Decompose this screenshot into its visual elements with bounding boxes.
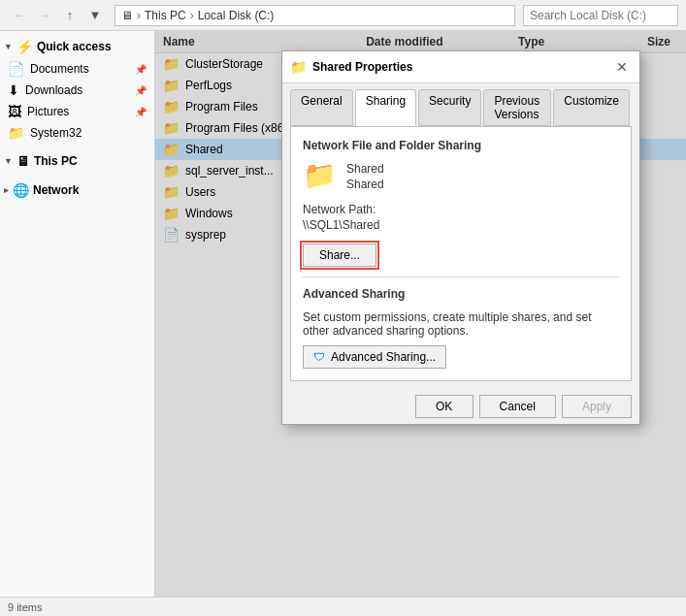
sidebar-item-system32-label: System32 xyxy=(30,126,82,140)
share-button[interactable]: Share... xyxy=(303,243,376,267)
search-input[interactable] xyxy=(523,5,678,26)
network-label: Network xyxy=(33,183,79,197)
advanced-sharing-label: Advanced Sharing... xyxy=(331,350,436,364)
content-area: Name Date modified Type Size 📁 ClusterSt… xyxy=(155,31,686,597)
modal-overlay: 📁 Shared Properties ✕ General Sharing Se… xyxy=(155,31,686,597)
this-pc-label: This PC xyxy=(34,154,78,168)
sidebar-item-pictures[interactable]: 🖼 Pictures 📌 xyxy=(0,101,154,122)
dialog-footer: OK Cancel Apply xyxy=(282,389,639,424)
sidebar-item-downloads[interactable]: ⬇ Downloads 📌 xyxy=(0,80,154,101)
divider xyxy=(303,276,619,277)
advanced-section-title: Advanced Sharing xyxy=(303,287,619,301)
advanced-sharing-section: Advanced Sharing Set custom permissions,… xyxy=(303,287,619,369)
address-icon: 🖥 xyxy=(121,9,133,22)
advanced-sharing-button[interactable]: 🛡 Advanced Sharing... xyxy=(303,345,446,369)
documents-icon: 📄 xyxy=(8,61,24,77)
status-text: 9 items xyxy=(8,601,42,613)
network-path-section: Network Path: \\SQL1\Shared xyxy=(303,203,619,232)
sidebar-item-downloads-label: Downloads xyxy=(25,83,82,97)
shared-label-line1: Shared xyxy=(346,162,384,176)
shared-folder-icon: 📁 xyxy=(303,162,337,189)
back-button[interactable]: ← xyxy=(8,4,31,27)
dialog-title-content: 📁 Shared Properties xyxy=(290,59,412,75)
pin-icon-documents: 📌 xyxy=(135,64,147,75)
shield-icon: 🛡 xyxy=(313,350,325,364)
network-path-label: Network Path: xyxy=(303,203,619,216)
this-pc-collapse: ▼ xyxy=(4,156,13,166)
tab-general[interactable]: General xyxy=(290,89,353,126)
main-container: ▼ ⚡ Quick access 📄 Documents 📌 ⬇ Downloa… xyxy=(0,31,686,597)
dialog-title-icon: 📁 xyxy=(290,59,307,75)
up-button[interactable]: ↑ xyxy=(58,4,82,27)
address-sep2: › xyxy=(190,9,194,22)
recent-button[interactable]: ▼ xyxy=(83,4,107,27)
address-bar[interactable]: 🖥 › This PC › Local Disk (C:) xyxy=(114,5,515,26)
sharing-section-title: Network File and Folder Sharing xyxy=(303,139,619,152)
shared-labels: Shared Shared xyxy=(346,162,384,191)
pin-icon-pictures: 📌 xyxy=(135,107,147,117)
tab-security[interactable]: Security xyxy=(418,89,481,126)
ok-button[interactable]: OK xyxy=(415,395,474,418)
quick-access-header[interactable]: ▼ ⚡ Quick access xyxy=(0,35,154,58)
title-bar: ← → ↑ ▼ 🖥 › This PC › Local Disk (C:) xyxy=(0,0,686,31)
network-icon: 🌐 xyxy=(13,182,29,198)
sidebar-item-pictures-label: Pictures xyxy=(27,105,69,118)
address-path: 🖥 › This PC › Local Disk (C:) xyxy=(121,9,274,22)
sidebar-item-documents[interactable]: 📄 Documents 📌 xyxy=(0,58,154,80)
network-collapse: ▸ xyxy=(4,185,9,195)
downloads-icon: ⬇ xyxy=(8,82,19,98)
tab-customize[interactable]: Customize xyxy=(553,89,630,126)
cancel-button[interactable]: Cancel xyxy=(479,395,556,418)
sharing-info: 📁 Shared Shared xyxy=(303,162,619,191)
apply-button[interactable]: Apply xyxy=(562,395,632,418)
tab-previous-versions[interactable]: Previous Versions xyxy=(483,89,551,126)
address-this-pc: This PC xyxy=(145,9,186,22)
network-path-value: \\SQL1\Shared xyxy=(303,218,619,232)
this-pc-header[interactable]: ▼ 🖥 This PC xyxy=(0,149,154,173)
collapse-arrow: ▼ xyxy=(4,42,13,51)
dialog-close-button[interactable]: ✕ xyxy=(612,57,632,77)
network-header[interactable]: ▸ 🌐 Network xyxy=(0,178,154,202)
quick-access-label: Quick access xyxy=(37,40,112,53)
shared-properties-dialog: 📁 Shared Properties ✕ General Sharing Se… xyxy=(281,50,640,425)
system32-icon: 📁 xyxy=(8,125,24,141)
dialog-content: Network File and Folder Sharing 📁 Shared… xyxy=(290,126,632,381)
sidebar: ▼ ⚡ Quick access 📄 Documents 📌 ⬇ Downloa… xyxy=(0,31,155,597)
forward-button[interactable]: → xyxy=(33,4,56,27)
quick-access-icon: ⚡ xyxy=(16,39,33,54)
status-bar: 9 items xyxy=(0,597,686,616)
sidebar-item-system32[interactable]: 📁 System32 xyxy=(0,122,154,144)
shared-label-line2: Shared xyxy=(346,178,384,191)
sidebar-item-documents-label: Documents xyxy=(30,62,89,76)
tab-bar: General Sharing Security Previous Versio… xyxy=(282,83,639,126)
advanced-description: Set custom permissions, create multiple … xyxy=(303,310,619,338)
pin-icon-downloads: 📌 xyxy=(135,85,147,96)
this-pc-icon: 🖥 xyxy=(16,153,30,169)
tab-sharing[interactable]: Sharing xyxy=(355,89,416,126)
pictures-icon: 🖼 xyxy=(8,104,21,119)
address-local-disk: Local Disk (C:) xyxy=(198,9,275,22)
address-sep: › xyxy=(137,9,141,22)
dialog-title-text: Shared Properties xyxy=(312,60,412,74)
nav-buttons: ← → ↑ ▼ xyxy=(8,4,107,27)
dialog-titlebar: 📁 Shared Properties ✕ xyxy=(282,51,639,83)
